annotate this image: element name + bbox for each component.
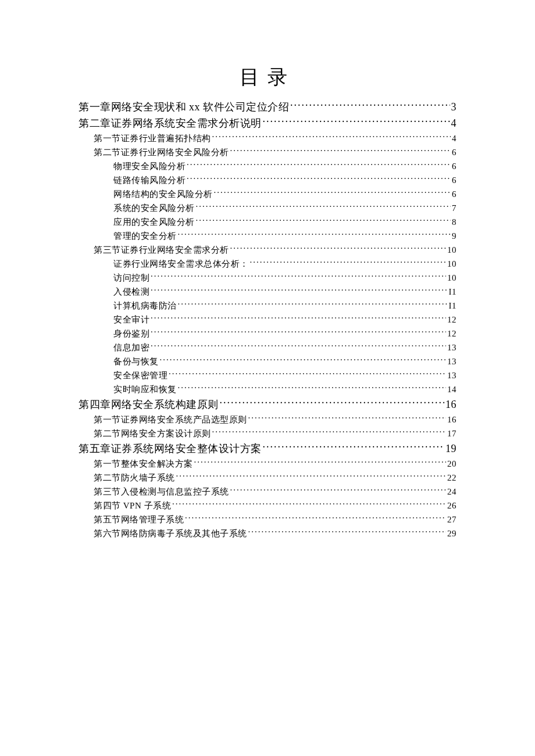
toc-entry: 第一节证券行业普遍拓扑结构4	[94, 131, 456, 145]
toc-entry-text: 系统的安全风险分析	[113, 201, 195, 215]
toc-leader-dots	[151, 272, 446, 281]
toc-leader-dots	[169, 370, 446, 378]
toc-entry: 实时响应和恢复14	[113, 382, 456, 396]
toc-entry: 管理的安全分析9	[113, 229, 456, 243]
toc-entry-text: 第四节 VPN 子系统	[94, 499, 171, 513]
toc-entry-text: 物理安全风险分析	[113, 159, 186, 173]
toc-entry-text: 第四章网络安全系统构建原则	[79, 396, 219, 413]
toc-leader-dots	[187, 174, 451, 183]
toc-entry: 第二节防火墙子系统22	[94, 471, 456, 485]
toc-leader-dots	[212, 132, 451, 141]
toc-entry-page: 26	[447, 499, 456, 513]
toc-entry-page: 27	[447, 513, 456, 526]
toc-leader-dots	[196, 216, 451, 225]
toc-entry: 第三节证券行业网络安全需求分析10	[94, 243, 456, 257]
toc-entry-text: 第三节入侵检测与信息监控子系统	[94, 485, 229, 499]
toc-leader-dots	[176, 472, 447, 481]
toc-entry-page: 22	[447, 471, 456, 485]
toc-entry-text: 第三节证券行业网络安全需求分析	[94, 243, 229, 257]
toc-entry: 物理安全风险分析6	[113, 159, 456, 173]
toc-entry: 第一节证券网络安全系统产品选型原则16	[94, 413, 456, 427]
toc-entry-page: I1	[449, 285, 457, 299]
toc-entry: 身份鉴别12	[113, 327, 456, 341]
toc-entry-page: 6	[452, 145, 456, 159]
toc-entry-page: 12	[447, 313, 456, 327]
toc-leader-dots	[214, 188, 451, 197]
toc-leader-dots	[178, 230, 451, 239]
toc-entry-page: 20	[447, 457, 456, 471]
toc-entry: 第一章网络安全现状和 xx 软件公司定位介绍3	[79, 99, 456, 115]
toc-entry-page: 7	[452, 201, 456, 215]
toc-entry: 安全审计12	[113, 313, 456, 327]
toc-entry-text: 第五节网络管理子系统	[94, 513, 184, 526]
toc-entry: 第三节入侵检测与信息监控子系统24	[94, 485, 456, 499]
toc-entry: 访问控制10	[113, 271, 456, 285]
toc-entry-text: 第二节防火墙子系统	[94, 471, 175, 485]
toc-leader-dots	[212, 428, 447, 436]
toc-entry-page: 3	[451, 99, 457, 115]
toc-entry: 第二节证券行业网络安全风险分析6	[94, 145, 456, 159]
toc-entry-text: 计算机病毒防治	[113, 299, 177, 313]
toc-entry-text: 第五章证券系统网络安全整体设计方案	[79, 440, 262, 457]
toc-entry-text: 安全保密管理	[113, 368, 167, 382]
toc-leader-dots	[151, 314, 446, 323]
toc-entry-text: 实时响应和恢复	[113, 382, 177, 396]
toc-title: 目录	[79, 64, 456, 91]
toc-entry-page: 13	[447, 341, 456, 354]
toc-entry-page: 4	[451, 115, 457, 131]
toc-leader-dots	[187, 160, 451, 169]
toc-entry-page: I1	[449, 299, 457, 313]
toc-leader-dots	[172, 500, 446, 508]
toc-entry-page: 24	[447, 485, 456, 499]
toc-entry-text: 第二章证券网络系统安全需求分析说明	[79, 115, 262, 131]
toc-entry: 备份与恢复13	[113, 354, 456, 368]
toc-entry: 信息加密13	[113, 341, 456, 354]
toc-entry: 第一节整体安全解决方案20	[94, 457, 456, 471]
toc-entry-page: 8	[452, 215, 456, 229]
toc-entry-page: 6	[452, 187, 456, 201]
toc-entry-page: 19	[445, 440, 456, 457]
toc-entry-page: 14	[447, 382, 456, 396]
toc-leader-dots	[263, 442, 445, 452]
toc-entry-text: 第一节证券行业普遍拓扑结构	[94, 131, 211, 145]
toc-leader-dots	[230, 146, 451, 155]
toc-leader-dots	[178, 384, 447, 392]
toc-leader-dots	[178, 300, 448, 309]
toc-leader-dots	[196, 202, 451, 211]
toc-leader-dots	[151, 342, 446, 350]
toc-entry: 第二章证券网络系统安全需求分析说明4	[79, 115, 456, 131]
toc-entry-page: 10	[447, 271, 456, 285]
toc-entry-text: 入侵检测	[113, 285, 149, 299]
toc-entry-page: 9	[452, 229, 456, 243]
toc-entry-page: 13	[447, 368, 456, 382]
toc-leader-dots	[248, 414, 447, 422]
toc-leader-dots	[230, 244, 447, 253]
toc-entry-text: 链路传输风险分析	[113, 173, 186, 187]
toc-entry: 链路传输风险分析6	[113, 173, 456, 187]
toc-leader-dots	[220, 397, 445, 408]
document-page: 目录 第一章网络安全现状和 xx 软件公司定位介绍3第二章证券网络系统安全需求分…	[0, 0, 535, 756]
toc-entry: 第五章证券系统网络安全整体设计方案19	[79, 440, 456, 457]
toc-entry-page: 4	[452, 131, 456, 145]
toc-entry: 第六节网络防病毒子系统及其他子系统29	[94, 526, 456, 540]
toc-entry-text: 备份与恢复	[113, 354, 159, 368]
toc-entry-text: 管理的安全分析	[113, 229, 177, 243]
toc-entry-text: 访问控制	[113, 271, 149, 285]
toc-entry-page: 29	[447, 526, 456, 540]
toc-entry: 第五节网络管理子系统27	[94, 513, 456, 526]
toc-entry: 第四章网络安全系统构建原则16	[79, 396, 456, 413]
toc-entry-page: 6	[452, 173, 456, 187]
toc-leader-dots	[151, 286, 448, 295]
toc-entry-page: 16	[447, 413, 456, 427]
toc-entry-page: 17	[447, 427, 456, 440]
toc-entry-text: 第二节网络安全方案设计原则	[94, 427, 211, 440]
toc-entry: 安全保密管理13	[113, 368, 456, 382]
toc-leader-dots	[194, 458, 447, 467]
table-of-contents: 第一章网络安全现状和 xx 软件公司定位介绍3第二章证券网络系统安全需求分析说明…	[79, 99, 456, 540]
toc-entry: 入侵检测I1	[113, 285, 456, 299]
toc-entry-text: 应用的安全风险分析	[113, 215, 195, 229]
toc-entry-page: 6	[452, 159, 456, 173]
toc-entry-text: 信息加密	[113, 341, 149, 354]
toc-leader-dots	[151, 328, 446, 336]
toc-entry-text: 第一节证券网络安全系统产品选型原则	[94, 413, 247, 427]
